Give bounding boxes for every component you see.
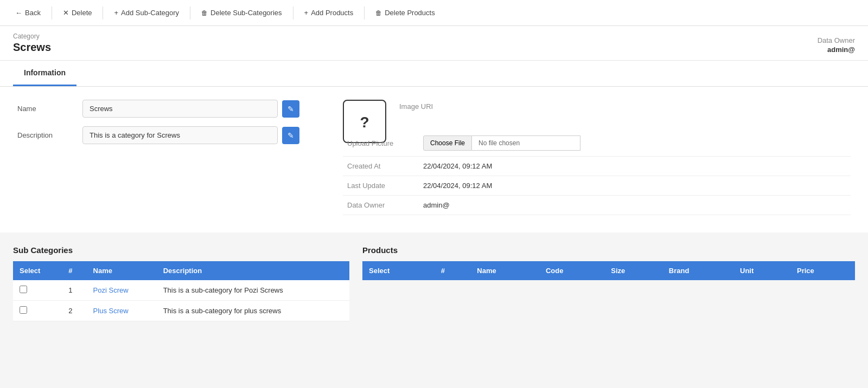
question-icon: [360, 112, 369, 132]
sub-categories-table: Select # Name Description 1 Pozi Screw T…: [13, 261, 349, 321]
toolbar-divider-2: [103, 7, 103, 20]
sub-row-num: 2: [62, 301, 86, 321]
delete-label: Delete: [72, 9, 92, 17]
delete-icon: [63, 9, 69, 17]
pencil-icon: [288, 105, 294, 113]
data-owner-meta-label: Data Owner: [343, 196, 419, 215]
category-label: Category: [13, 33, 51, 40]
file-name-display: No file chosen: [472, 135, 580, 151]
delete-products-button[interactable]: Delete Products: [369, 5, 442, 20]
table-row: 1 Pozi Screw This is a sub-category for …: [13, 280, 349, 301]
toolbar-divider-1: [52, 7, 52, 20]
sub-col-select: Select: [13, 261, 62, 280]
name-edit-button[interactable]: [282, 100, 299, 118]
toolbar-divider-3: [190, 7, 190, 20]
back-icon: [15, 9, 22, 17]
page-header-right: Data Owner admin@: [818, 36, 855, 54]
prod-col-size: Size: [604, 261, 662, 280]
page-header: Category Screws Data Owner admin@: [0, 26, 868, 61]
prod-col-brand: Brand: [662, 261, 733, 280]
image-uri-label: Image URI: [399, 102, 433, 111]
created-at-row: Created At 22/04/2024, 09:12 AM: [343, 157, 851, 176]
choose-file-button[interactable]: Choose File: [423, 135, 472, 151]
description-input-wrapper: [82, 126, 299, 144]
name-input-wrapper: [82, 100, 299, 118]
toolbar: Back Delete Add Sub-Category Delete Sub-…: [0, 0, 868, 26]
data-owner-row: Data Owner admin@: [343, 196, 851, 215]
prod-col-code: Code: [539, 261, 604, 280]
add-products-button[interactable]: Add Products: [298, 5, 360, 20]
upload-picture-row: Upload Picture Choose File No file chose…: [343, 130, 851, 157]
main-content: Information Name Description: [0, 61, 868, 334]
category-name: Screws: [13, 41, 51, 54]
created-at-label: Created At: [343, 157, 419, 176]
table-row: 2 Plus Screw This is a sub-category for …: [13, 301, 349, 321]
delete-sub-categories-label: Delete Sub-Categories: [210, 9, 282, 17]
data-owner-value: admin@: [818, 46, 855, 54]
delete-sub-categories-button[interactable]: Delete Sub-Categories: [195, 5, 289, 20]
data-owner-label: Data Owner: [818, 36, 855, 44]
sub-row-description: This is a sub-category for plus screws: [157, 301, 349, 321]
add-sub-category-label: Add Sub-Category: [121, 9, 179, 17]
products-title: Products: [362, 245, 855, 255]
pencil-icon-2: [288, 131, 294, 140]
back-button[interactable]: Back: [9, 5, 47, 20]
last-update-label: Last Update: [343, 176, 419, 196]
prod-col-name: Name: [470, 261, 539, 280]
name-label: Name: [17, 105, 82, 113]
sub-row-checkbox[interactable]: [20, 306, 27, 314]
products-section: Products Select # Name Code Size Brand U…: [362, 245, 855, 321]
add-products-icon: [304, 9, 309, 17]
add-sub-category-button[interactable]: Add Sub-Category: [107, 5, 186, 20]
delete-products-label: Delete Products: [385, 9, 435, 17]
sub-row-num: 1: [62, 280, 86, 301]
add-products-label: Add Products: [311, 9, 353, 17]
products-table: Select # Name Code Size Brand Unit Price: [362, 261, 855, 280]
prod-col-price: Price: [790, 261, 855, 280]
description-row: Description: [17, 126, 299, 144]
delete-products-icon: [375, 9, 382, 17]
sub-categories-section: Sub Categories Select # Name Description…: [13, 245, 349, 321]
created-at-value: 22/04/2024, 09:12 AM: [419, 157, 851, 176]
prod-col-select: Select: [362, 261, 435, 280]
sub-row-description: This is a sub-category for Pozi Screws: [157, 280, 349, 301]
description-label: Description: [17, 131, 82, 139]
name-row: Name: [17, 100, 299, 118]
last-update-row: Last Update 22/04/2024, 09:12 AM: [343, 176, 851, 196]
sub-col-name: Name: [87, 261, 157, 280]
description-input[interactable]: [82, 126, 278, 144]
prod-col-num: #: [435, 261, 471, 280]
back-label: Back: [25, 9, 41, 17]
right-info: Image URI Upload Picture Choose File No …: [343, 100, 851, 215]
tabs-bar: Information: [0, 61, 868, 87]
description-edit-button[interactable]: [282, 127, 299, 144]
add-sub-category-icon: [114, 9, 118, 17]
info-section: Name Description: [0, 87, 868, 232]
tab-information[interactable]: Information: [13, 61, 76, 86]
page-header-left: Category Screws: [13, 33, 51, 54]
products-header-row: Select # Name Code Size Brand Unit Price: [362, 261, 855, 280]
sub-row-name-link[interactable]: Plus Screw: [93, 307, 129, 315]
sub-row-checkbox[interactable]: [20, 286, 27, 293]
sub-col-description: Description: [157, 261, 349, 280]
sub-row-name-link[interactable]: Pozi Screw: [93, 286, 129, 294]
tables-area: Sub Categories Select # Name Description…: [0, 232, 868, 334]
last-update-value: 22/04/2024, 09:12 AM: [419, 176, 851, 196]
delete-sub-categories-icon: [201, 9, 208, 17]
meta-table: Upload Picture Choose File No file chose…: [343, 130, 851, 215]
data-owner-meta-value: admin@: [419, 196, 851, 215]
image-placeholder: [343, 100, 386, 143]
sub-categories-header-row: Select # Name Description: [13, 261, 349, 280]
sub-col-num: #: [62, 261, 86, 280]
left-form: Name Description: [17, 100, 299, 215]
delete-button[interactable]: Delete: [56, 5, 99, 20]
prod-col-unit: Unit: [733, 261, 790, 280]
toolbar-divider-4: [293, 7, 293, 20]
sub-categories-title: Sub Categories: [13, 245, 349, 255]
toolbar-divider-5: [364, 7, 365, 20]
name-input[interactable]: [82, 100, 278, 118]
file-input-wrapper: Choose File No file chosen: [423, 135, 846, 151]
